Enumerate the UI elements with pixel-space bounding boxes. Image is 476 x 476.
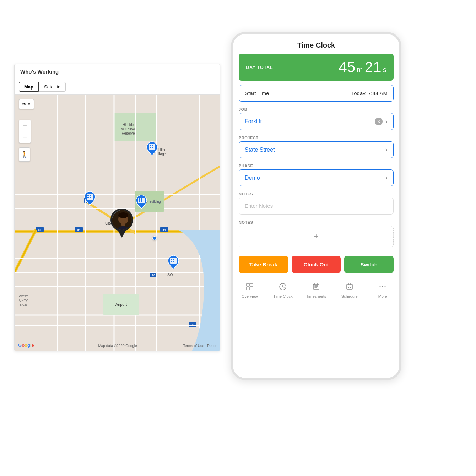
nav-item-timesheets[interactable]: Timesheets	[299, 283, 333, 298]
bottom-nav: Overview Time Clock	[233, 279, 399, 305]
svg-rect-94	[348, 287, 349, 288]
svg-rect-56	[152, 147, 153, 148]
svg-text:Reserve: Reserve	[121, 131, 135, 135]
svg-rect-77	[247, 283, 249, 286]
svg-rect-53	[150, 145, 151, 146]
zoom-out-button[interactable]: −	[19, 131, 31, 143]
pegman-icon: 🚶	[21, 151, 28, 158]
svg-rect-71	[173, 261, 174, 262]
map-data-text: Map data ©2020 Google	[98, 344, 137, 348]
zoom-controls: + −	[19, 120, 31, 143]
map-overlay-controls: 👁 ▼	[19, 99, 34, 109]
terms-link[interactable]: Terms of Use	[183, 344, 204, 348]
map-header: Who's Working	[15, 64, 220, 79]
project-field[interactable]: State Street ›	[239, 141, 394, 158]
street-view-button[interactable]: 🚶	[19, 147, 30, 162]
svg-line-83	[283, 287, 284, 287]
nav-item-overview[interactable]: Overview	[233, 283, 266, 298]
day-total-label: DAY TOTAL	[246, 65, 273, 70]
phone-content: Time Clock DAY TOTAL 45 m 21 s Start Tim…	[233, 34, 399, 378]
phase-chevron-icon: ›	[385, 174, 388, 182]
map-controls: Map Satellite	[15, 79, 220, 95]
phase-value: Demo	[245, 175, 260, 181]
job-chevron-icon: ›	[385, 118, 388, 125]
take-break-button[interactable]: Take Break	[239, 256, 288, 273]
svg-text:84: 84	[77, 228, 81, 231]
person-pin	[110, 209, 133, 237]
notes-add-icon: +	[314, 232, 319, 241]
svg-text:UNTY: UNTY	[19, 299, 28, 302]
overview-icon	[246, 283, 254, 293]
job-clear-button[interactable]: ✕	[375, 118, 383, 125]
svg-rect-60	[87, 197, 89, 198]
svg-rect-64	[141, 198, 142, 200]
svg-rect-63	[139, 198, 140, 200]
map-panel: Who's Working Map Satellite Hillside to …	[14, 64, 220, 351]
start-time-value: Today, 7:44 AM	[351, 90, 388, 96]
svg-rect-66	[141, 200, 142, 202]
svg-rect-55	[150, 147, 151, 148]
day-total-banner: DAY TOTAL 45 m 21 s	[239, 54, 394, 81]
day-total-s-unit: s	[383, 66, 386, 74]
eye-icon: 👁	[22, 102, 27, 107]
satellite-button[interactable]: Satellite	[39, 82, 66, 92]
svg-text:Airport: Airport	[115, 302, 127, 307]
notes-placeholder: Enter Notes	[245, 203, 273, 209]
svg-text:Hillside: Hillside	[123, 123, 134, 127]
svg-rect-78	[250, 283, 253, 286]
timesheets-icon	[312, 283, 320, 293]
report-link[interactable]: Report	[207, 344, 218, 348]
notes-input-row[interactable]: Enter Notes	[239, 198, 394, 215]
svg-point-96	[380, 286, 381, 287]
svg-point-97	[382, 286, 383, 287]
switch-button[interactable]: Switch	[344, 256, 394, 273]
svg-rect-68	[171, 259, 172, 260]
zoom-in-button[interactable]: +	[19, 120, 31, 131]
map-button[interactable]: Map	[19, 82, 39, 92]
project-chevron-icon: ›	[385, 146, 388, 153]
clock-out-button[interactable]: Clock Out	[292, 256, 341, 273]
nav-item-more[interactable]: More	[366, 283, 399, 298]
map-pin-1	[146, 141, 158, 157]
svg-rect-76	[121, 223, 125, 226]
visibility-button[interactable]: 👁 ▼	[19, 99, 34, 109]
svg-rect-90	[347, 284, 352, 289]
map-pin-3	[135, 194, 147, 211]
svg-rect-54	[152, 145, 153, 146]
action-buttons: Take Break Clock Out Switch	[239, 256, 394, 273]
phase-section-label: PHASE	[239, 164, 394, 168]
day-total-minutes: 45	[339, 59, 355, 75]
svg-point-98	[385, 286, 386, 287]
svg-text:84: 84	[38, 228, 42, 231]
hills-label: Hillsllage	[158, 148, 166, 156]
nav-item-schedule[interactable]: Schedule	[333, 283, 366, 298]
svg-rect-61	[90, 197, 91, 198]
overview-label: Overview	[242, 294, 258, 298]
dropdown-arrow: ▼	[27, 102, 31, 106]
svg-rect-58	[87, 195, 89, 196]
job-actions: ✕ ›	[375, 118, 388, 125]
svg-rect-80	[250, 287, 253, 290]
svg-text:WEST: WEST	[19, 294, 28, 298]
timeclock-icon	[279, 283, 287, 293]
phone-title: Time Clock	[233, 34, 399, 54]
notes2-section-label: NOTES	[239, 220, 394, 225]
day-total-m-unit: m	[357, 66, 365, 74]
job-field[interactable]: Forklift ✕ ›	[239, 113, 394, 130]
nav-item-timeclock[interactable]: Time Clock	[266, 283, 300, 298]
day-total-time: 45 m 21 s	[339, 59, 386, 76]
project-value: State Street	[245, 147, 275, 153]
schedule-icon	[346, 283, 353, 293]
notes-add-row[interactable]: +	[239, 226, 394, 247]
svg-rect-95	[350, 287, 351, 288]
start-time-row: Start Time Today, 7:44 AM	[239, 85, 394, 102]
timesheets-label: Timesheets	[306, 294, 326, 298]
map-footer-controls: Terms of Use Report	[183, 344, 218, 348]
job-section-label: JOB	[239, 107, 394, 112]
more-icon	[379, 283, 386, 293]
svg-point-74	[118, 212, 128, 218]
job-value: Forklift	[245, 118, 262, 125]
notes-section-label: NOTES	[239, 192, 394, 196]
svg-rect-70	[171, 261, 172, 262]
phase-field[interactable]: Demo ›	[239, 169, 394, 186]
